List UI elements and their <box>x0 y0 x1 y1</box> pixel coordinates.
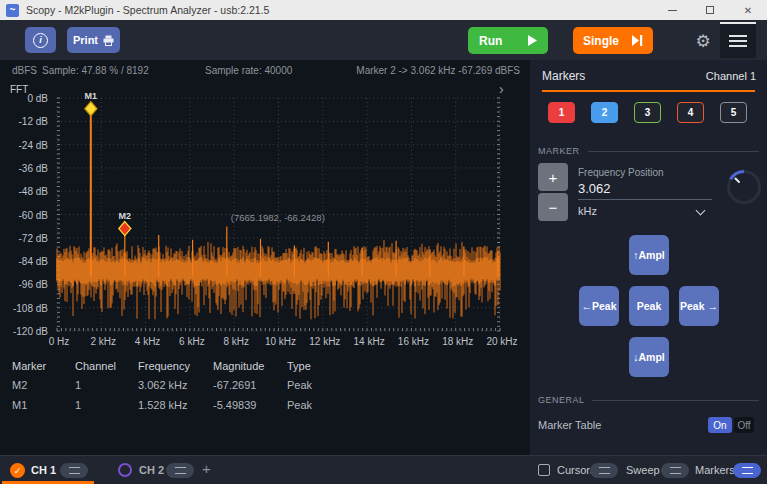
marker-table-row: M213.062 kHz-67.2691Peak <box>0 379 530 393</box>
marker-table-cell: -5.49839 <box>213 399 256 411</box>
settings-gear-button[interactable]: ⚙ <box>690 28 716 54</box>
channel1-enable-checkbox[interactable]: ✓ <box>10 463 25 478</box>
info-icon: i <box>33 33 48 48</box>
minimize-button[interactable] <box>653 0 691 20</box>
frequency-position-input[interactable]: 3.062 <box>578 181 611 196</box>
marker-5-button[interactable]: 5 <box>720 102 747 123</box>
print-button[interactable]: Print <box>67 27 120 53</box>
markers-panel: Markers Channel 1 12345 MARKER + − Frequ… <box>530 60 767 455</box>
marker-table-toggle-label: Marker Table <box>538 419 601 431</box>
channel2-settings-button[interactable] <box>166 463 194 478</box>
marker-table-cell: M2 <box>12 379 27 391</box>
knob-icon <box>725 168 763 206</box>
check-icon: ✓ <box>14 466 22 476</box>
y-tick-label: -108 dB <box>13 302 48 313</box>
maximize-icon <box>706 6 714 14</box>
unit-select[interactable]: kHz <box>578 205 712 221</box>
frequency-increment-button[interactable]: + <box>538 163 568 191</box>
workspace: dBFS Sample: 47.88 % / 8192 Sample rate:… <box>0 60 767 455</box>
sweep-label: Sweep <box>626 464 660 476</box>
cursors-checkbox[interactable] <box>538 464 550 476</box>
marker-2-button[interactable]: 2 <box>591 102 618 123</box>
minus-icon: − <box>549 199 558 216</box>
single-button[interactable]: Single <box>573 27 653 54</box>
minimize-icon <box>668 10 677 11</box>
marker-readout-label: Marker 2 -> 3.062 kHz -67.269 dBFS <box>356 65 520 76</box>
channel1-tab[interactable]: CH 1 <box>31 464 56 476</box>
marker-section-label: MARKER <box>538 146 580 156</box>
ampl-up-button[interactable]: ↑Ampl <box>629 235 669 275</box>
marker-1-button[interactable]: 1 <box>548 102 575 123</box>
frequency-decrement-button[interactable]: − <box>538 193 568 221</box>
marker-select-row: 12345 <box>530 102 767 124</box>
y-tick-label: -48 dB <box>19 186 48 197</box>
channel2-tab[interactable]: CH 2 <box>139 464 164 476</box>
markers-label: Markers <box>695 464 735 476</box>
marker-table-header-cell: Frequency <box>138 360 190 372</box>
marker-table-off-toggle[interactable]: Off <box>734 417 754 433</box>
marker-3-button[interactable]: 3 <box>634 102 661 123</box>
info-button[interactable]: i <box>25 27 56 53</box>
channel2-enable-checkbox[interactable] <box>118 463 132 477</box>
peak-left-button[interactable]: ←Peak <box>579 286 619 326</box>
marker-table-cell: 1 <box>75 379 81 391</box>
marker-table-on-toggle[interactable]: On <box>708 417 732 433</box>
unit-label: dBFS <box>12 65 37 76</box>
sliders-icon <box>742 467 753 474</box>
bottom-bar: ✓ CH 1 CH 2 + Cursors Sweep Markers <box>0 455 767 484</box>
panel-accent-underline <box>542 90 755 92</box>
marker-table-cell: Peak <box>287 379 312 391</box>
marker-table-header-cell: Channel <box>75 360 116 372</box>
marker-table-header-cell: Type <box>287 360 311 372</box>
y-tick-label: -12 dB <box>19 116 48 127</box>
cursors-settings-button[interactable] <box>590 463 618 478</box>
general-settings-menu-button[interactable] <box>720 22 756 58</box>
marker-table-cell: Peak <box>287 399 312 411</box>
printer-icon <box>103 35 114 46</box>
plus-icon: + <box>549 169 558 186</box>
plot-panel: dBFS Sample: 47.88 % / 8192 Sample rate:… <box>0 60 530 455</box>
run-button[interactable]: Run <box>468 27 548 54</box>
close-button[interactable]: ✕ <box>729 0 767 20</box>
maximize-button[interactable] <box>691 0 729 20</box>
spectrum-plot[interactable]: (7665.1982, -66.2428)M1M2 <box>55 92 505 342</box>
single-button-label: Single <box>583 34 619 48</box>
app-window: ~ Scopy - M2kPlugin - Spectrum Analyzer … <box>0 0 767 484</box>
menu-icon <box>729 35 747 37</box>
peak-button[interactable]: Peak <box>629 286 669 326</box>
frequency-knob[interactable] <box>725 168 763 206</box>
sliders-icon <box>599 467 610 474</box>
gear-icon: ⚙ <box>695 31 710 52</box>
section-divider <box>592 400 759 401</box>
sliders-icon <box>175 467 186 474</box>
unit-select-value: kHz <box>578 205 597 217</box>
sweep-settings-button[interactable] <box>661 463 689 478</box>
sample-rate-label: Sample rate: 40000 <box>205 65 292 76</box>
add-channel-button[interactable]: + <box>202 460 211 477</box>
general-section-label: GENERAL <box>538 395 585 405</box>
print-button-label: Print <box>73 34 98 46</box>
markers-settings-button[interactable] <box>733 463 761 478</box>
marker-table-header: MarkerChannelFrequencyMagnitudeType <box>0 360 530 374</box>
marker-table-cell: 3.062 kHz <box>138 379 188 391</box>
channel-selector[interactable]: Channel 1 <box>706 70 756 82</box>
y-tick-label: -96 dB <box>19 279 48 290</box>
y-tick-label: 0 dB <box>27 93 48 104</box>
skip-end-icon <box>632 35 643 46</box>
toolbar: i Print Run Single ⚙ <box>0 20 767 60</box>
sliders-icon <box>670 467 681 474</box>
sample-progress-label: Sample: 47.88 % / 8192 <box>42 65 149 76</box>
marker-4-button[interactable]: 4 <box>677 102 704 123</box>
channel1-settings-button[interactable] <box>60 463 88 478</box>
marker-table-cell: -67.2691 <box>213 379 256 391</box>
marker-table-header-cell: Magnitude <box>213 360 264 372</box>
y-tick-label: -60 dB <box>19 209 48 220</box>
marker-table-row: M111.528 kHz-5.49839Peak <box>0 399 530 413</box>
marker-table-cell: M1 <box>12 399 27 411</box>
peak-right-button[interactable]: Peak → <box>679 286 719 326</box>
y-tick-label: -120 dB <box>13 326 48 337</box>
marker-table-cell: 1.528 kHz <box>138 399 188 411</box>
svg-text:(7665.1982, -66.2428): (7665.1982, -66.2428) <box>231 212 325 223</box>
ampl-down-button[interactable]: ↓Ampl <box>629 337 669 377</box>
fft-mode-label: FFT <box>10 84 28 95</box>
